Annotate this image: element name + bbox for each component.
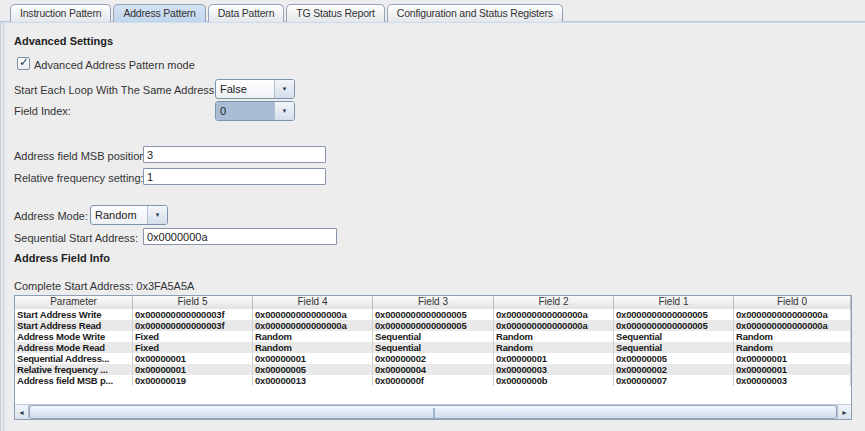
param-cell: Address field MSB p...	[15, 375, 133, 386]
value-cell: Random	[253, 342, 373, 353]
value-cell: 0x0000000000000005	[373, 320, 494, 331]
complete-start-address-text: Complete Start Address: 0x3FA5A5A	[14, 280, 194, 292]
chevron-down-icon: ▼	[155, 212, 161, 218]
address-mode-value: Random	[91, 206, 147, 224]
value-cell: 0x00000002	[373, 353, 494, 364]
scroll-left-button[interactable]: ◄	[15, 405, 29, 419]
value-cell: Random	[494, 331, 614, 342]
table-row[interactable]: Sequential Address...0x000000010x0000000…	[15, 353, 851, 364]
table-row[interactable]: Start Address Read0x000000000000003f0x00…	[15, 320, 851, 331]
tab-data-pattern[interactable]: Data Pattern	[208, 4, 285, 22]
value-cell: 0x00000005	[253, 364, 373, 375]
value-cell: Sequential	[614, 342, 734, 353]
column-header-field-5[interactable]: Field 5	[133, 296, 253, 309]
value-cell: 0x00000001	[133, 353, 253, 364]
column-header-field-0[interactable]: Field 0	[734, 296, 851, 309]
table-row[interactable]: Address Mode WriteFixedRandomSequentialR…	[15, 331, 851, 342]
value-cell: Random	[734, 331, 851, 342]
value-cell: 0x00000001	[494, 353, 614, 364]
field-index-value: 0	[216, 102, 274, 120]
panel-left-border-inner	[3, 22, 4, 431]
advanced-address-pattern-checkbox[interactable]: ✓	[17, 57, 30, 70]
tab-configuration-and-status-registers[interactable]: Configuration and Status Registers	[387, 4, 563, 22]
table-row[interactable]: Start Address Write0x000000000000003f0x0…	[15, 309, 851, 320]
chevron-down-icon: ▼	[282, 86, 288, 92]
value-cell: 0x000000000000000a	[494, 309, 614, 320]
table-row[interactable]: Address field MSB p...0x000000190x000000…	[15, 375, 851, 386]
value-cell: 0x00000001	[734, 353, 851, 364]
value-cell: 0x0000000000000005	[373, 309, 494, 320]
sequential-start-address-label: Sequential Start Address:	[14, 232, 138, 244]
table-row[interactable]: Address Mode ReadFixedRandomSequentialRa…	[15, 342, 851, 353]
param-cell: Address Mode Read	[15, 342, 133, 353]
value-cell: Sequential	[373, 342, 494, 353]
scrollbar-grip	[433, 408, 435, 418]
value-cell: 0x00000005	[614, 353, 734, 364]
relative-frequency-label: Relative frequency setting:	[14, 172, 144, 184]
sequential-start-address-input[interactable]	[143, 228, 337, 245]
value-cell: 0x00000003	[734, 375, 851, 386]
column-header-field-4[interactable]: Field 4	[253, 296, 373, 309]
chevron-down-icon: ▼	[282, 108, 288, 114]
param-cell: Start Address Read	[15, 320, 133, 331]
value-cell: 0x00000001	[734, 364, 851, 375]
value-cell: Fixed	[133, 331, 253, 342]
dropdown-arrow-button[interactable]: ▼	[274, 102, 294, 120]
value-cell: 0x00000001	[133, 364, 253, 375]
check-icon: ✓	[19, 55, 29, 69]
relative-frequency-input[interactable]	[143, 168, 326, 185]
value-cell: 0x000000000000000a	[494, 320, 614, 331]
scroll-left-icon: ◄	[18, 409, 25, 416]
value-cell: 0x000000000000000a	[253, 309, 373, 320]
value-cell: 0x0000000000000005	[614, 309, 734, 320]
column-header-field-2[interactable]: Field 2	[494, 296, 614, 309]
tab-instruction-pattern[interactable]: Instruction Pattern	[10, 4, 111, 22]
horizontal-scrollbar[interactable]: ◄ ►	[15, 404, 851, 419]
value-cell: 0x00000003	[494, 364, 614, 375]
param-cell: Relative frequency ...	[15, 364, 133, 375]
value-cell: 0x00000004	[373, 364, 494, 375]
tab-bar: Instruction Pattern Address Pattern Data…	[10, 4, 563, 22]
scrollbar-thumb[interactable]	[29, 405, 837, 419]
table-header-row: ParameterField 5Field 4Field 3Field 2Fie…	[15, 296, 851, 309]
value-cell: 0x0000000b	[494, 375, 614, 386]
dropdown-arrow-button[interactable]: ▼	[274, 80, 294, 98]
column-header-field-3[interactable]: Field 3	[373, 296, 494, 309]
column-header-field-1[interactable]: Field 1	[614, 296, 734, 309]
value-cell: 0x000000000000000a	[253, 320, 373, 331]
address-field-table: ParameterField 5Field 4Field 3Field 2Fie…	[14, 295, 852, 420]
scrollbar-track[interactable]	[29, 405, 837, 419]
dropdown-arrow-button[interactable]: ▼	[147, 206, 167, 224]
value-cell: 0x00000019	[133, 375, 253, 386]
value-cell: 0x000000000000000a	[734, 309, 851, 320]
loop-same-address-value: False	[216, 80, 274, 98]
param-cell: Start Address Write	[15, 309, 133, 320]
field-index-label: Field Index:	[14, 105, 71, 117]
value-cell: 0x000000000000000a	[734, 320, 851, 331]
value-cell: 0x00000013	[253, 375, 373, 386]
address-field-info-title: Address Field Info	[14, 252, 110, 264]
value-cell: Fixed	[133, 342, 253, 353]
address-mode-dropdown[interactable]: Random ▼	[90, 205, 168, 225]
msb-position-label: Address field MSB position:	[14, 150, 149, 162]
advanced-address-pattern-checkbox-label: Advanced Address Pattern mode	[34, 59, 195, 71]
panel-left-border	[0, 22, 1, 431]
msb-position-input[interactable]	[143, 146, 326, 163]
value-cell: 0x0000000000000005	[614, 320, 734, 331]
tab-address-pattern[interactable]: Address Pattern	[113, 4, 205, 22]
value-cell: 0x00000001	[253, 353, 373, 364]
scroll-right-button[interactable]: ►	[837, 405, 851, 419]
value-cell: Random	[734, 342, 851, 353]
tab-tg-status-report[interactable]: TG Status Report	[286, 4, 385, 22]
value-cell: 0x00000002	[614, 364, 734, 375]
value-cell: Random	[253, 331, 373, 342]
param-cell: Address Mode Write	[15, 331, 133, 342]
table-row[interactable]: Relative frequency ...0x000000010x000000…	[15, 364, 851, 375]
value-cell: 0x00000007	[614, 375, 734, 386]
loop-same-address-dropdown[interactable]: False ▼	[215, 79, 295, 99]
field-index-dropdown[interactable]: 0 ▼	[215, 101, 295, 121]
table-body: Start Address Write0x000000000000003f0x0…	[15, 309, 851, 386]
value-cell: 0x0000000f	[373, 375, 494, 386]
column-header-parameter[interactable]: Parameter	[15, 296, 133, 309]
value-cell: 0x000000000000003f	[133, 320, 253, 331]
